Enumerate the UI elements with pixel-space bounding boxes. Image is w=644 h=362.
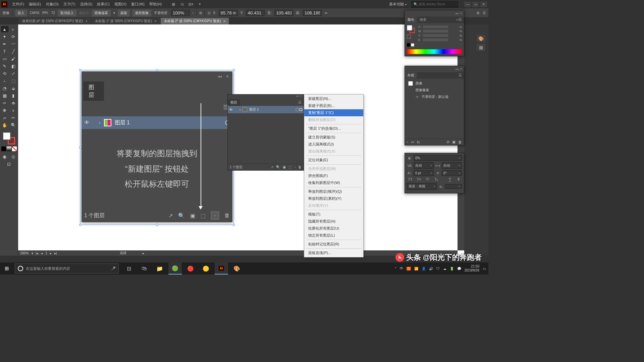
minimize-button[interactable]: — — [464, 2, 471, 7]
locate-icon[interactable]: ↗ — [168, 213, 173, 219]
menu-window[interactable]: 窗口(W) — [129, 1, 147, 8]
context-menu-item[interactable]: 轮廓化所有图层(U) — [304, 225, 363, 232]
appear-dup-icon[interactable]: ▣ — [452, 140, 455, 144]
nav-first-icon[interactable]: |◂ — [36, 251, 39, 255]
mesh-tool[interactable]: ▦ — [1, 92, 9, 99]
width-tool[interactable]: ⫠ — [1, 77, 9, 84]
mic-icon[interactable]: 🎤 — [111, 266, 116, 271]
page-field[interactable]: 1 — [45, 251, 47, 255]
y-field[interactable] — [246, 10, 265, 16]
context-menu-item[interactable]: 释放到图层(顺序)(Q) — [304, 188, 363, 195]
notifications-icon[interactable]: ▭ — [483, 267, 486, 270]
appear-row-image[interactable]: 图像 — [406, 80, 463, 87]
clock[interactable]: 21:502019/8/26 — [465, 264, 480, 273]
color-spectrum[interactable] — [407, 49, 462, 54]
antialiasing-field[interactable] — [445, 184, 462, 189]
slice-tool[interactable]: ✂ — [9, 114, 17, 121]
view-mode-icon[interactable]: ⊞ — [477, 11, 479, 15]
tray-people-icon[interactable]: 👤 — [422, 267, 426, 270]
sublayer-icon[interactable]: ⬚ — [201, 213, 206, 219]
paintbrush-tool[interactable]: 🖌 — [9, 55, 17, 62]
lasso-tool[interactable]: ⟳ — [9, 33, 17, 40]
trace-button[interactable]: 图像描摹 — [92, 10, 111, 16]
panel-menu-icon[interactable]: ☰ — [457, 72, 464, 79]
hand-tool[interactable]: ✋ — [1, 122, 9, 128]
eyedropper-tool[interactable]: ✑ — [1, 100, 9, 106]
explorer-icon[interactable]: 📁 — [153, 262, 166, 275]
layers-tab[interactable]: 图层 — [83, 81, 104, 101]
appear-clear-icon[interactable]: ⊘ — [446, 140, 449, 144]
expand-icon[interactable]: › — [99, 120, 101, 125]
workspace-switcher[interactable]: 基本功能 — [387, 1, 409, 7]
panel-collapse-icon[interactable]: ◂◂ — [455, 67, 459, 71]
opacity-field[interactable] — [171, 10, 190, 16]
panel-close-icon[interactable]: ✕ — [226, 74, 229, 79]
clip-mask-icon[interactable]: ▣ — [190, 213, 195, 219]
context-menu-item[interactable]: 新建子图层(B)... — [304, 102, 363, 109]
delete-layer-icon[interactable]: 🗑 — [224, 213, 230, 219]
shaper-tool[interactable]: ✎ — [1, 63, 9, 69]
opacity-arrow[interactable]: › — [193, 11, 194, 15]
rotation-field[interactable]: 0° — [442, 170, 462, 176]
app-icon[interactable]: 🟡 — [199, 262, 213, 275]
tray-volume-icon[interactable]: 🔊 — [429, 267, 433, 270]
panel-fill-stroke[interactable] — [407, 25, 415, 33]
curvature-tool[interactable]: 〰 — [9, 41, 17, 47]
context-menu-item[interactable]: 定位对象(E) — [304, 157, 363, 164]
appear-stroke-icon[interactable]: ▭ — [411, 140, 414, 144]
gradient-tool[interactable]: ▮ — [9, 92, 17, 99]
appear-row-pixels[interactable]: 图像像素 — [406, 87, 463, 94]
tracking-field[interactable]: 自动 — [442, 162, 462, 169]
panel-collapse-icon[interactable]: ◂◂ — [218, 74, 222, 79]
context-menu-item[interactable]: 建立剪切蒙版(S) — [304, 134, 363, 141]
panel-close-icon[interactable]: ✕ — [300, 95, 302, 99]
unembed-button[interactable]: 取消嵌入 — [58, 10, 76, 16]
tab-2[interactable]: 未标题-1* @ 300% (CMYK/GPU 预览)× — [92, 18, 160, 24]
rectangle-tool[interactable]: ▭ — [1, 55, 9, 62]
arrange-icon[interactable]: ▥▾ — [188, 1, 194, 7]
rotate-tool[interactable]: ⟲ — [1, 70, 9, 77]
underline-button[interactable]: T̲ — [446, 177, 453, 182]
nav-next-icon[interactable]: ▸ — [50, 251, 52, 255]
layers-tab[interactable]: 图层 — [228, 99, 240, 106]
panel-close-icon[interactable]: ✕ — [460, 12, 463, 15]
locate-icon[interactable]: ↗ — [271, 165, 273, 169]
symbol-sprayer-tool[interactable]: ❋ — [1, 107, 9, 114]
menu-help[interactable]: 帮助(H) — [147, 1, 164, 8]
magic-wand-tool[interactable]: ✦ — [1, 33, 9, 40]
selection-tool[interactable]: ▲ — [1, 26, 9, 33]
none-swatch[interactable] — [407, 35, 411, 39]
tab-2-close[interactable]: × — [155, 19, 157, 23]
h-field[interactable] — [303, 10, 322, 16]
menu-edit[interactable]: 编辑(E) — [27, 1, 43, 8]
illustrator-icon[interactable]: Ai — [215, 262, 228, 275]
w-field[interactable] — [274, 10, 293, 16]
paint-icon[interactable]: 🎨 — [230, 262, 244, 275]
context-menu-item[interactable]: 释放到图层(累积)(Y) — [304, 195, 363, 202]
direct-selection-tool[interactable]: ▹ — [9, 26, 17, 33]
appear-fx-icon[interactable]: fx — [417, 140, 420, 144]
k-slider[interactable] — [423, 39, 448, 41]
sublayer-icon[interactable]: ⬚ — [288, 165, 291, 169]
context-menu-item[interactable]: 拼合图稿(F) — [304, 172, 363, 179]
panel-menu-icon[interactable]: ››☰ — [454, 16, 464, 23]
mask-button[interactable]: 蒙版 — [118, 10, 130, 16]
expand-icon[interactable]: › — [239, 108, 240, 112]
type-tool[interactable]: T — [1, 48, 9, 55]
crop-button[interactable]: 裁剪图像 — [132, 10, 151, 16]
allcaps-button[interactable]: TT — [407, 177, 414, 182]
c-slider[interactable] — [423, 25, 448, 28]
tray-up-icon[interactable]: ˄ — [395, 267, 396, 270]
panel-toggle-icon[interactable]: ☰ — [483, 11, 486, 15]
color-mode-none[interactable] — [12, 146, 17, 151]
search-stock[interactable]: 🔍 搜索 Adobe Stock — [411, 1, 458, 8]
tab-3-close[interactable]: × — [223, 19, 225, 23]
panel-collapse-icon[interactable]: ◂◂ — [455, 12, 459, 15]
mini-swatch-icon[interactable]: ▦ — [476, 43, 486, 51]
color-mode-solid[interactable] — [1, 146, 6, 151]
language-field[interactable]: 英语：美国 — [407, 183, 437, 190]
color-tab[interactable]: 颜色 — [405, 16, 417, 23]
tab-1[interactable]: 效果封面.ai* @ 150% (CMYK/GPU 预览)× — [19, 18, 91, 24]
tray-cloud-icon[interactable]: ☁ — [443, 267, 446, 270]
strikethrough-button[interactable]: T̶ — [455, 177, 462, 182]
